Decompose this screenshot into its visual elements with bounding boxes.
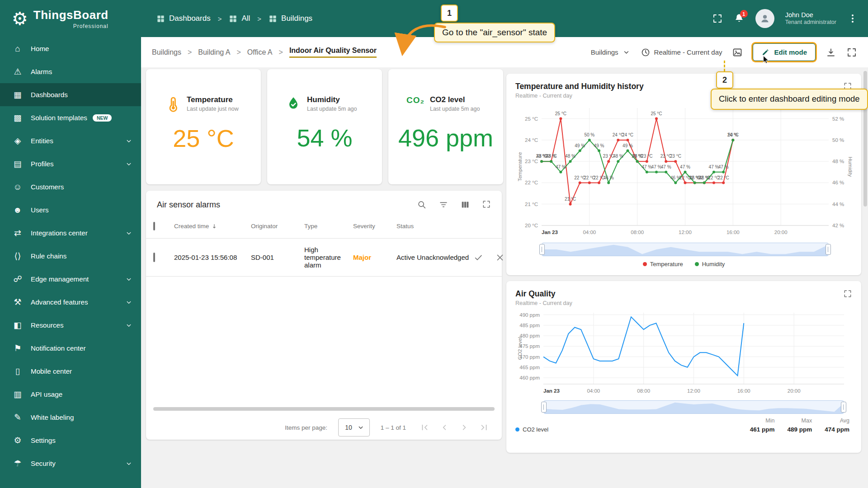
breadcrumb-separator: > xyxy=(257,15,261,23)
sidebar-item-alarms[interactable]: ⚠Alarms xyxy=(0,60,141,83)
breadcrumb-buildings-dashboard[interactable]: Buildings xyxy=(152,48,181,56)
sidebar-item-customers[interactable]: ☺Customers xyxy=(0,175,141,198)
api-usage-icon: ▥ xyxy=(11,389,24,399)
svg-text:49 %: 49 % xyxy=(594,143,604,148)
column-originator[interactable]: Originator xyxy=(251,223,304,230)
fullscreen-icon[interactable] xyxy=(846,47,857,58)
notifications-button[interactable]: 1 xyxy=(734,13,745,24)
breadcrumb-office-a[interactable]: Office A xyxy=(247,48,273,56)
breadcrumb-building-a[interactable]: Building A xyxy=(198,48,230,56)
dashboard-state-select[interactable]: Buildings xyxy=(591,48,631,56)
svg-text:24 °C: 24 °C xyxy=(525,137,538,143)
svg-text:46 %: 46 % xyxy=(689,175,700,180)
sidebar-item-mobile-center[interactable]: ▯Mobile center xyxy=(0,360,141,383)
last-update-label: Last update just now xyxy=(187,106,239,112)
timewindow-button[interactable]: Realtime - Current day xyxy=(641,47,722,57)
sidebar-item-settings[interactable]: ⚙Settings xyxy=(0,429,141,452)
svg-text:21 °C: 21 °C xyxy=(565,197,576,202)
sidebar-item-advanced-features[interactable]: ⚒Advanced features xyxy=(0,291,141,314)
last-page-icon[interactable] xyxy=(479,422,489,432)
sidebar-item-solution-templates[interactable]: ▩Solution templatesNEW xyxy=(0,106,141,129)
chart-scrollbar[interactable] xyxy=(542,243,829,256)
fullscreen-icon[interactable] xyxy=(843,289,852,298)
brush-handle-left[interactable] xyxy=(539,244,545,255)
sidebar-item-home[interactable]: ⌂Home xyxy=(0,37,141,60)
image-gallery-icon[interactable] xyxy=(732,47,743,58)
brush-handle-right[interactable] xyxy=(826,244,831,255)
breadcrumb-all[interactable]: All xyxy=(229,14,250,23)
chart-subtitle: Realtime - Current day xyxy=(515,300,572,306)
sidebar-item-dashboards[interactable]: ▦Dashboards xyxy=(0,83,141,106)
breadcrumb-dashboards[interactable]: Dashboards xyxy=(156,14,211,23)
sidebar-item-white-labeling[interactable]: ✎White labeling xyxy=(0,406,141,429)
sidebar-item-integrations-center[interactable]: ⇄Integrations center xyxy=(0,221,141,244)
fullscreen-icon[interactable] xyxy=(482,200,491,209)
breadcrumb-buildings[interactable]: Buildings xyxy=(269,14,312,23)
sidebar-item-security[interactable]: ☂Security xyxy=(0,452,141,475)
column-created-time[interactable]: Created time xyxy=(174,223,251,230)
columns-icon[interactable] xyxy=(460,200,470,210)
next-page-icon[interactable] xyxy=(459,422,469,432)
sidebar-item-api-usage[interactable]: ▥API usage xyxy=(0,383,141,406)
svg-text:Temperature: Temperature xyxy=(517,152,523,182)
chart-scrollbar[interactable] xyxy=(543,400,844,414)
search-icon[interactable] xyxy=(417,200,427,210)
customers-icon: ☺ xyxy=(11,182,24,192)
brush-handle-left[interactable] xyxy=(541,402,547,413)
sidebar-item-rule-chains[interactable]: ⟨⟩Rule chains xyxy=(0,244,141,267)
humidity-widget: Humidity Last update 5m ago 54 % xyxy=(267,69,382,184)
column-type[interactable]: Type xyxy=(304,223,353,230)
users-icon: ☻ xyxy=(11,205,24,215)
select-all-checkbox[interactable] xyxy=(153,222,155,230)
mobile-center-icon: ▯ xyxy=(11,366,24,376)
svg-text:Jan 23: Jan 23 xyxy=(543,388,560,394)
sidebar-item-profiles[interactable]: ▤Profiles xyxy=(0,152,141,175)
fullscreen-icon[interactable] xyxy=(712,13,723,24)
legend-temperature[interactable]: Temperature xyxy=(643,261,683,267)
alarms-title: Air sensor alarms xyxy=(157,200,220,210)
previous-page-icon[interactable] xyxy=(439,422,449,432)
chart-legend: Temperature Humidity xyxy=(515,261,852,267)
svg-text:490 ppm: 490 ppm xyxy=(519,312,540,318)
dashboard-grid-icon xyxy=(229,14,237,23)
download-icon[interactable] xyxy=(826,47,836,58)
svg-text:47 %: 47 % xyxy=(556,164,566,169)
legend-co2[interactable]: CO2 level xyxy=(515,426,548,433)
header-breadcrumb: Dashboards > All > Buildings xyxy=(156,14,312,23)
svg-text:25 °C: 25 °C xyxy=(651,111,662,116)
co2-icon: CO₂ xyxy=(406,95,425,105)
sidebar-item-entities[interactable]: ◈Entities xyxy=(0,129,141,152)
chart-stats: Min461 ppm Max489 ppm Avg474 ppm xyxy=(750,418,852,433)
items-per-page-select[interactable]: 10 xyxy=(338,418,370,436)
breadcrumb-indoor-air-quality-sensor[interactable]: Indoor Air Quality Sensor xyxy=(289,47,377,58)
row-checkbox[interactable] xyxy=(153,253,155,262)
svg-text:22 °C: 22 °C xyxy=(718,175,729,180)
filter-icon[interactable] xyxy=(439,200,448,210)
column-severity[interactable]: Severity xyxy=(353,223,396,230)
sidebar-item-users[interactable]: ☻Users xyxy=(0,198,141,221)
first-page-icon[interactable] xyxy=(420,422,429,432)
co2-value: 496 ppm xyxy=(388,124,503,152)
white-labeling-icon: ✎ xyxy=(11,412,24,422)
widget-title: Temperature xyxy=(187,95,239,104)
kebab-menu-icon[interactable] xyxy=(847,13,858,24)
thermometer-icon xyxy=(164,95,181,113)
brush-handle-right[interactable] xyxy=(841,402,846,413)
avatar[interactable] xyxy=(755,9,774,28)
svg-text:04:00: 04:00 xyxy=(583,230,596,235)
column-status[interactable]: Status xyxy=(396,223,473,230)
sidebar-item-resources[interactable]: ◧Resources xyxy=(0,314,141,337)
svg-text:50 %: 50 % xyxy=(584,132,594,137)
chart-title: Air Quality xyxy=(515,289,572,299)
acknowledge-icon[interactable] xyxy=(473,253,483,263)
legend-humidity[interactable]: Humidity xyxy=(695,261,725,267)
svg-text:47 %: 47 % xyxy=(642,164,652,169)
chevron-down-icon xyxy=(357,423,365,432)
sidebar-item-edge-management[interactable]: ☍Edge management xyxy=(0,267,141,291)
tutorial-connector xyxy=(724,61,725,71)
horizontal-scrollbar[interactable] xyxy=(153,407,495,411)
alarm-table-row[interactable]: 2025-01-23 15:56:08 SD-001 High temperat… xyxy=(146,239,502,277)
clear-alarm-icon[interactable] xyxy=(495,253,505,263)
sidebar-item-notification-center[interactable]: ⚑Notification center xyxy=(0,337,141,360)
thingsboard-logo-icon: ⚙ xyxy=(12,9,28,28)
